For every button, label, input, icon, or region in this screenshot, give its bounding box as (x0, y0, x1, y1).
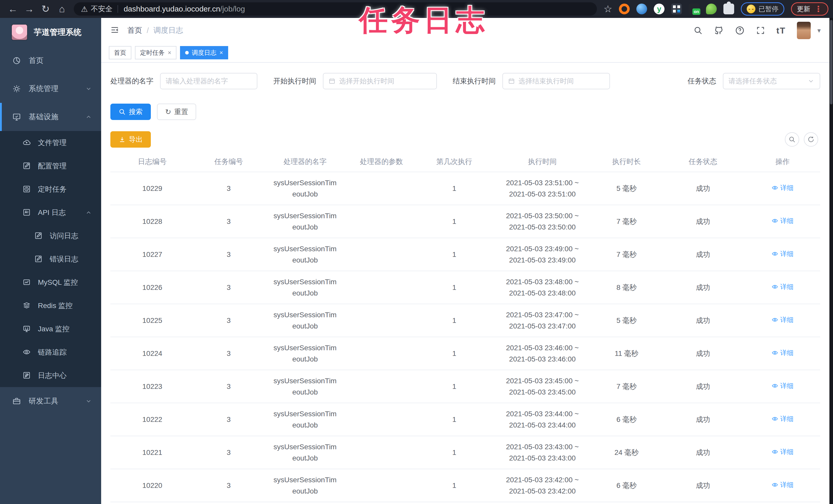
sidebar-item-config-mgmt[interactable]: 配置管理 (0, 154, 101, 178)
extension-icon-grid[interactable] (671, 4, 682, 14)
sidebar-item-trace[interactable]: 链路追踪 (0, 341, 101, 364)
extensions-puzzle-icon[interactable] (723, 4, 734, 14)
status-cell: 成功 (661, 345, 745, 361)
execute-count-cell: 1 (416, 477, 493, 494)
sidebar-fold-icon[interactable] (110, 25, 120, 36)
export-button-label: 导出 (129, 135, 143, 144)
action-cell: 详细 (745, 213, 820, 230)
scrollbar-thumb[interactable] (830, 20, 832, 104)
user-avatar[interactable] (797, 22, 811, 39)
sidebar-item-file-mgmt[interactable]: 文件管理 (0, 131, 101, 154)
table-row: 10221 3 sysUserSessionTimeoutJob 1 2021-… (110, 436, 820, 469)
job-status-select[interactable] (723, 73, 820, 89)
sidebar-item-dev-tools[interactable]: 研发工具 (0, 387, 101, 415)
status-cell: 成功 (661, 477, 745, 494)
not-secure-warning-icon[interactable]: ⚠ (81, 5, 88, 14)
handler-name-cell: sysUserSessionTimeoutJob (263, 274, 347, 301)
column-header: 执行时长 (592, 153, 661, 170)
sidebar-item-home[interactable]: 首页 (0, 47, 101, 75)
status-cell: 成功 (661, 180, 745, 197)
address-bar[interactable]: ⚠ 不安全 dashboard.yudao.iocoder.cn/job/log (74, 2, 597, 16)
browser-reload-icon[interactable]: ↻ (38, 0, 54, 18)
bookmark-star-icon[interactable]: ☆ (603, 3, 612, 15)
sidebar-item-infrastructure[interactable]: 基础设施 (0, 103, 101, 131)
font-size-icon[interactable]: tT (777, 26, 786, 35)
sidebar-item-system-mgmt[interactable]: 系统管理 (0, 75, 101, 103)
sidebar-item-java-monitor[interactable]: Java 监控 (0, 317, 101, 341)
action-cell: 详细 (745, 345, 820, 362)
detail-link[interactable]: 详细 (771, 183, 793, 193)
filter-handler-name: 处理器的名字 (110, 73, 257, 89)
tab-scheduled-jobs[interactable]: 定时任务 × (135, 46, 176, 59)
browser-home-icon[interactable]: ⌂ (54, 0, 70, 18)
handler-param-cell (347, 186, 416, 191)
browser-menu-kebab-icon[interactable]: ⋮ (814, 4, 823, 14)
detail-link[interactable]: 详细 (771, 315, 793, 325)
execute-time-cell: 2021-05-03 23:45:00 ~2021-05-03 23:45:00 (493, 373, 592, 400)
avatar-caret-icon[interactable]: ▾ (817, 27, 821, 34)
detail-link[interactable]: 详细 (771, 414, 793, 424)
sidebar-item-error-log[interactable]: 错误日志 (0, 247, 101, 271)
reset-button[interactable]: ↻ 重置 (157, 104, 196, 120)
tab-home[interactable]: 首页 (109, 46, 132, 59)
handler-name-input[interactable] (166, 77, 252, 85)
close-icon[interactable]: × (219, 49, 223, 56)
page-content: 处理器的名字 开始执行时间 结束执行时间 (101, 63, 829, 502)
github-icon[interactable] (714, 26, 724, 35)
app-logo-row[interactable]: 芋道管理系统 (0, 18, 101, 47)
handler-param-cell (347, 285, 416, 290)
end-time-input[interactable] (519, 77, 604, 85)
handler-param-cell (347, 417, 416, 422)
refresh-table-button[interactable] (804, 132, 818, 147)
extension-icon-green-leaf[interactable] (706, 4, 717, 14)
sidebar-item-mysql-monitor[interactable]: MySQL 监控 (0, 271, 101, 294)
execute-time-cell: 2021-05-03 23:51:00 ~2021-05-03 23:51:00 (493, 175, 592, 202)
detail-link[interactable]: 详细 (771, 381, 793, 391)
detail-link[interactable]: 详细 (771, 216, 793, 226)
browser-forward-icon[interactable]: → (21, 0, 38, 18)
toggle-search-button[interactable] (785, 132, 799, 147)
table-row: 10229 3 sysUserSessionTimeoutJob 1 2021-… (110, 172, 820, 205)
header-actions: tT ▾ (693, 22, 821, 39)
end-time-field (502, 73, 610, 89)
chevron-down-icon (85, 398, 92, 404)
help-icon[interactable] (735, 26, 745, 35)
sidebar-item-api-log[interactable]: API 日志 (0, 201, 101, 224)
browser-back-icon[interactable]: ← (5, 0, 21, 18)
close-icon[interactable]: × (168, 49, 171, 56)
extension-icon-blue-gem[interactable] (636, 4, 647, 14)
duration-cell: 11 毫秒 (592, 345, 661, 361)
tab-job-log-active[interactable]: 调度日志 × (180, 46, 228, 59)
browser-update-button[interactable]: 更新 ⋮ (791, 2, 828, 16)
search-icon[interactable] (693, 26, 703, 35)
browser-scrollbar[interactable] (829, 18, 833, 504)
handler-param-cell (347, 351, 416, 356)
extension-paused-chip[interactable]: 已暂停 (741, 2, 784, 16)
detail-link[interactable]: 详细 (771, 447, 793, 457)
job-id-cell: 3 (194, 477, 263, 494)
screenshot-stage: ← → ↻ ⌂ ⚠ 不安全 dashboard.yudao.iocoder.cn… (0, 0, 833, 504)
table-row: 10224 3 sysUserSessionTimeoutJob 1 2021-… (110, 337, 820, 370)
fullscreen-icon[interactable] (756, 26, 765, 35)
extension-icon-orange-ring[interactable] (619, 4, 630, 14)
sidebar-item-scheduled-jobs[interactable]: 定时任务 (0, 178, 101, 201)
duration-cell: 7 毫秒 (592, 378, 661, 395)
detail-link[interactable]: 详细 (771, 480, 793, 490)
breadcrumb-home[interactable]: 首页 (127, 25, 142, 35)
table-body: 10229 3 sysUserSessionTimeoutJob 1 2021-… (110, 172, 820, 502)
eye-icon (771, 415, 778, 422)
table-row: 10225 3 sysUserSessionTimeoutJob 1 2021-… (110, 304, 820, 337)
sidebar-item-log-center[interactable]: 日志中心 (0, 364, 101, 387)
extension-icon-on-switch[interactable]: on (689, 4, 699, 14)
job-status-input[interactable] (729, 77, 804, 85)
duration-cell: 5 毫秒 (592, 312, 661, 328)
sidebar-item-access-log[interactable]: 访问日志 (0, 224, 101, 247)
extension-icon-green-y[interactable]: y (654, 4, 665, 14)
detail-link[interactable]: 详细 (771, 249, 793, 259)
detail-link[interactable]: 详细 (771, 348, 793, 358)
begin-time-input[interactable] (339, 77, 431, 85)
sidebar-item-redis-monitor[interactable]: Redis 监控 (0, 294, 101, 317)
search-button[interactable]: 搜索 (110, 104, 151, 120)
export-button[interactable]: 导出 (110, 131, 151, 148)
detail-link[interactable]: 详细 (771, 282, 793, 292)
